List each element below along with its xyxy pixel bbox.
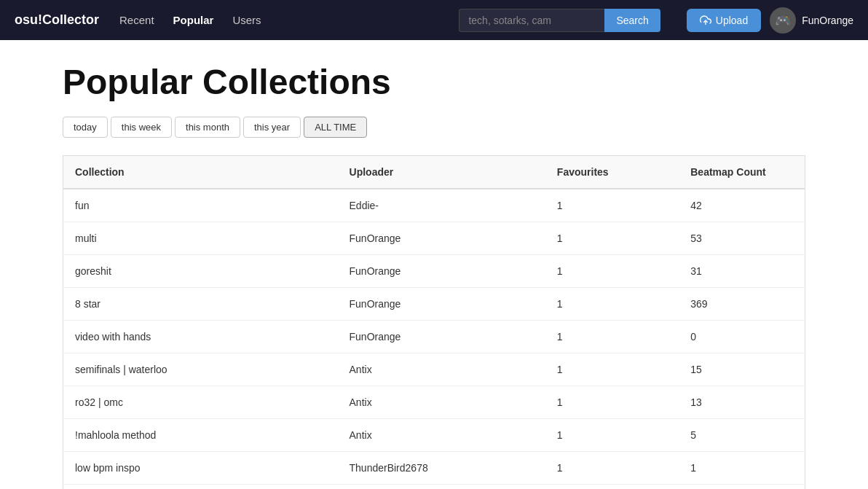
navbar: osu!Collector Recent Popular Users Searc… (0, 0, 868, 40)
header-favourites: Favourites (545, 156, 679, 189)
cell-favourites: 1 (545, 321, 679, 353)
cell-uploader: Antix (338, 386, 545, 419)
filter-this-year[interactable]: this year (243, 117, 301, 138)
table-row[interactable]: !mahloola methodAntix15 (63, 419, 805, 452)
cell-uploader: FunOrange (338, 222, 545, 255)
header-uploader: Uploader (338, 156, 545, 189)
cell-beatmap-count: 15 (679, 353, 805, 386)
cell-collection: low bpm inspo (63, 452, 338, 485)
brand-logo[interactable]: osu!Collector (15, 12, 99, 28)
cell-beatmap-count: 53 (679, 222, 805, 255)
cell-collection: 8 star (63, 288, 338, 321)
upload-icon (700, 15, 711, 26)
table-row[interactable]: goreshitFunOrange131 (63, 255, 805, 288)
table-row[interactable]: multiFunOrange153 (63, 222, 805, 255)
table-row[interactable]: 8 starFunOrange1369 (63, 288, 805, 321)
cell-collection: fun (63, 189, 338, 222)
table-row[interactable]: video with handsFunOrange10 (63, 321, 805, 353)
table-row[interactable]: semifinals | waterlooAntix115 (63, 353, 805, 386)
cell-beatmap-count: 369 (679, 288, 805, 321)
cell-beatmap-count: 5 (679, 419, 805, 452)
cell-favourites: 1 (545, 255, 679, 288)
cell-collection: yes (63, 485, 338, 490)
filter-today[interactable]: today (63, 117, 108, 138)
navbar-right: Upload 🎮 FunOrange (687, 7, 853, 34)
upload-button[interactable]: Upload (687, 9, 761, 32)
cell-uploader: FunOrange (338, 321, 545, 353)
cell-beatmap-count: 31 (679, 255, 805, 288)
cell-uploader: Antix (338, 353, 545, 386)
table-row[interactable]: funEddie-142 (63, 189, 805, 222)
nav-users[interactable]: Users (226, 9, 267, 31)
cell-uploader: FunOrange (338, 255, 545, 288)
table-row[interactable]: low bpm inspoThunderBird267811 (63, 452, 805, 485)
username-label: FunOrange (802, 15, 853, 26)
main-content: Popular Collections today this week this… (48, 40, 820, 489)
filter-all-time[interactable]: ALL TIME (304, 117, 367, 138)
cell-beatmap-count: 1 (679, 485, 805, 490)
table-row[interactable]: ro32 | omcAntix113 (63, 386, 805, 419)
table-row[interactable]: yesEddie-11 (63, 485, 805, 490)
nav-recent[interactable]: Recent (114, 9, 160, 31)
collections-table: Collection Uploader Favourites Beatmap C… (63, 155, 805, 489)
page-wrapper: Popular Collections today this week this… (0, 40, 868, 489)
filter-this-month[interactable]: this month (175, 117, 240, 138)
user-area[interactable]: 🎮 FunOrange (770, 7, 853, 34)
cell-collection: goreshit (63, 255, 338, 288)
cell-favourites: 1 (545, 386, 679, 419)
filter-this-week[interactable]: this week (111, 117, 172, 138)
header-beatmap-count: Beatmap Count (679, 156, 805, 189)
cell-favourites: 1 (545, 222, 679, 255)
cell-favourites: 1 (545, 353, 679, 386)
avatar: 🎮 (770, 7, 796, 34)
upload-label: Upload (716, 15, 748, 26)
cell-uploader: Eddie- (338, 189, 545, 222)
cell-collection: ro32 | omc (63, 386, 338, 419)
nav-links: Recent Popular Users (114, 9, 267, 31)
cell-beatmap-count: 13 (679, 386, 805, 419)
cell-beatmap-count: 42 (679, 189, 805, 222)
cell-collection: video with hands (63, 321, 338, 353)
cell-beatmap-count: 1 (679, 452, 805, 485)
cell-collection: multi (63, 222, 338, 255)
cell-beatmap-count: 0 (679, 321, 805, 353)
cell-uploader: Antix (338, 419, 545, 452)
cell-uploader: FunOrange (338, 288, 545, 321)
cell-favourites: 1 (545, 288, 679, 321)
search-input[interactable] (459, 9, 604, 32)
cell-uploader: Eddie- (338, 485, 545, 490)
cell-collection: !mahloola method (63, 419, 338, 452)
header-collection: Collection (63, 156, 338, 189)
search-button[interactable]: Search (604, 9, 660, 32)
cell-uploader: ThunderBird2678 (338, 452, 545, 485)
page-title: Popular Collections (63, 62, 805, 102)
table-body: funEddie-142multiFunOrange153goreshitFun… (63, 189, 805, 489)
table-header: Collection Uploader Favourites Beatmap C… (63, 156, 805, 189)
cell-favourites: 1 (545, 485, 679, 490)
search-area: Search (459, 9, 660, 32)
cell-favourites: 1 (545, 452, 679, 485)
cell-favourites: 1 (545, 189, 679, 222)
cell-collection: semifinals | waterloo (63, 353, 338, 386)
nav-popular[interactable]: Popular (167, 9, 220, 31)
cell-favourites: 1 (545, 419, 679, 452)
filter-tabs: today this week this month this year ALL… (63, 117, 805, 138)
